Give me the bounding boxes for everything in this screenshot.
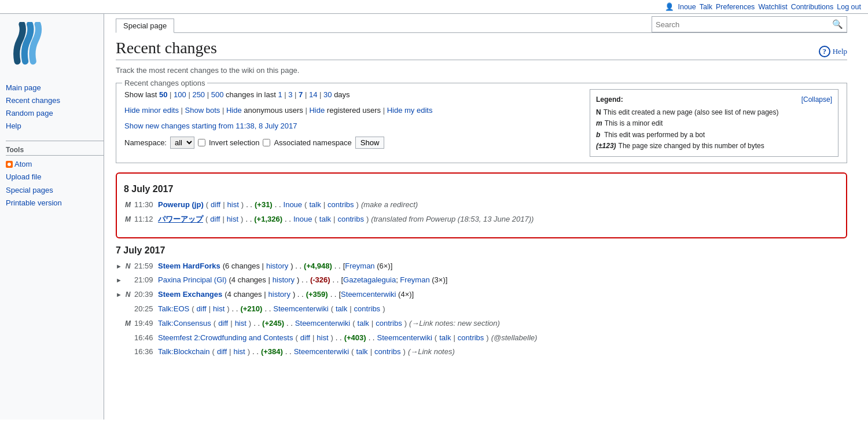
history-link[interactable]: history bbox=[273, 274, 295, 286]
logout-link[interactable]: Log out bbox=[837, 3, 861, 11]
sidebar-item-uploadfile[interactable]: Upload file bbox=[6, 171, 104, 183]
username-link[interactable]: Inoue bbox=[678, 3, 696, 11]
days-1[interactable]: 1 bbox=[278, 90, 282, 99]
history-link[interactable]: history bbox=[269, 289, 290, 301]
history-link[interactable]: history bbox=[266, 260, 288, 273]
diff-link[interactable]: diff bbox=[300, 332, 310, 344]
talk-link[interactable]: talk bbox=[319, 214, 331, 226]
user-link2[interactable]: Freyman bbox=[400, 275, 429, 284]
sidebar-item-mainpage[interactable]: Main page bbox=[6, 82, 104, 94]
count-500[interactable]: 500 bbox=[211, 90, 224, 99]
hist-link[interactable]: hist bbox=[235, 318, 247, 330]
search-input[interactable] bbox=[652, 19, 829, 30]
tabs-area: Special page bbox=[116, 14, 175, 32]
users: [Freyman (6×)] bbox=[343, 260, 393, 273]
show-button[interactable]: Show bbox=[355, 137, 385, 149]
sidebar-item-specialpages[interactable]: Special pages bbox=[6, 184, 104, 197]
collapse-link[interactable]: [Collapse] bbox=[801, 94, 832, 105]
days-3[interactable]: 3 bbox=[288, 90, 292, 99]
diff-link[interactable]: diff bbox=[197, 303, 207, 315]
watchlist-link[interactable]: Watchlist bbox=[758, 3, 787, 11]
count-50[interactable]: 50 bbox=[159, 90, 167, 99]
separator: | bbox=[222, 214, 224, 226]
sidebar-item-recentchanges[interactable]: Recent changes bbox=[6, 94, 104, 107]
count-100[interactable]: 100 bbox=[174, 90, 186, 99]
search-button[interactable]: 🔍 bbox=[829, 19, 847, 30]
user-link[interactable]: Gazetagaleguia bbox=[343, 275, 396, 284]
expand-arrow[interactable]: ► bbox=[116, 275, 122, 286]
diff-size: (+1,326) bbox=[254, 214, 282, 226]
assoc-ns-checkbox[interactable] bbox=[263, 139, 270, 146]
change-page-link[interactable]: パワーアップ bbox=[158, 214, 203, 226]
user-link[interactable]: Freyman bbox=[345, 262, 374, 270]
separator: ) bbox=[356, 199, 359, 211]
dots: . . bbox=[232, 303, 238, 315]
show-new-link[interactable]: Show new changes starting from 11:38, 8 … bbox=[124, 122, 297, 130]
separator: ) bbox=[227, 303, 229, 315]
diff-link[interactable]: diff bbox=[210, 214, 220, 226]
help-button[interactable]: ? Help bbox=[819, 46, 847, 57]
contribs-link[interactable]: contribs bbox=[337, 214, 364, 226]
user-link[interactable]: Steemcenterwiki bbox=[295, 318, 350, 330]
hist-link[interactable]: hist bbox=[317, 332, 328, 344]
change-page-link[interactable]: Steem HardForks bbox=[158, 260, 220, 273]
talk-link[interactable]: talk bbox=[439, 332, 451, 344]
hist-link[interactable]: hist bbox=[227, 214, 238, 226]
sidebar-item-help[interactable]: Help bbox=[6, 120, 104, 133]
change-page-link[interactable]: Talk:EOS bbox=[158, 303, 189, 315]
hide-minor-link[interactable]: Hide minor edits bbox=[124, 106, 179, 115]
days-7[interactable]: 7 bbox=[299, 90, 303, 99]
contribs-link[interactable]: contribs bbox=[354, 303, 381, 315]
change-page-link[interactable]: Paxina Principal (Gl) bbox=[158, 274, 227, 286]
sidebar-item-printable[interactable]: Printable version bbox=[6, 197, 104, 209]
user-link[interactable]: Steemcenterwiki bbox=[294, 346, 349, 358]
tab-specialpage[interactable]: Special page bbox=[116, 19, 174, 33]
legend-item-bytes: (±123) The page size changed by this num… bbox=[596, 141, 832, 152]
legend-key-m: m bbox=[596, 118, 602, 129]
separator: ( bbox=[331, 303, 333, 315]
namespace-select[interactable]: all bbox=[170, 137, 194, 149]
user-link[interactable]: Inoue bbox=[284, 199, 303, 211]
preferences-link[interactable]: Preferences bbox=[716, 3, 755, 11]
count-250[interactable]: 250 bbox=[192, 90, 205, 99]
talk-link[interactable]: Talk bbox=[700, 3, 712, 11]
hist-link[interactable]: hist bbox=[213, 303, 225, 315]
user-link[interactable]: Steemcenterwiki bbox=[273, 303, 328, 315]
hist-link[interactable]: hist bbox=[233, 346, 245, 358]
hist-link[interactable]: hist bbox=[227, 199, 239, 211]
sidebar-item-randompage[interactable]: Random page bbox=[6, 107, 104, 120]
contribs-link[interactable]: contribs bbox=[374, 346, 401, 358]
expand-arrow[interactable]: ► bbox=[116, 290, 122, 300]
diff-link[interactable]: diff bbox=[217, 346, 227, 358]
hide-anon-link[interactable]: Hide bbox=[226, 106, 242, 115]
user-link[interactable]: Steemcenterwiki bbox=[341, 290, 396, 299]
expand-arrow[interactable]: ► bbox=[116, 262, 122, 272]
change-page-link[interactable]: Talk:Consensus bbox=[158, 318, 211, 330]
change-page-link[interactable]: Powerup (jp) bbox=[158, 199, 204, 211]
talk-link[interactable]: talk bbox=[309, 199, 321, 211]
hide-reg-link[interactable]: Hide bbox=[309, 106, 325, 115]
change-page-link[interactable]: Talk:Blockchain bbox=[158, 346, 210, 358]
diff-link[interactable]: diff bbox=[218, 318, 228, 330]
days-14[interactable]: 14 bbox=[309, 90, 317, 99]
change-page-link[interactable]: Steemfest 2:Crowdfunding and Contests bbox=[158, 332, 293, 344]
user-link[interactable]: Steemcenterwiki bbox=[377, 332, 432, 344]
contribs-link[interactable]: contribs bbox=[458, 332, 484, 344]
hide-my-link[interactable]: Hide my edits bbox=[387, 106, 433, 115]
separator: ( bbox=[206, 199, 208, 211]
days-30[interactable]: 30 bbox=[323, 90, 332, 99]
contribs-link[interactable]: contribs bbox=[328, 199, 354, 211]
contributions-link[interactable]: Contributions bbox=[791, 3, 834, 11]
legend-item-N: N This edit created a new page (also see… bbox=[596, 107, 832, 118]
user-link[interactable]: Inoue bbox=[293, 214, 312, 226]
change-page-link[interactable]: Steem Exchanges bbox=[158, 289, 222, 301]
invert-checkbox[interactable] bbox=[198, 139, 205, 146]
change-item: ► N 21:59 Steem HardForks (6 changes | h… bbox=[116, 259, 847, 274]
show-bots-link[interactable]: Show bots bbox=[185, 106, 220, 115]
contribs-link[interactable]: contribs bbox=[376, 318, 402, 330]
talk-link[interactable]: talk bbox=[358, 318, 369, 330]
talk-link[interactable]: talk bbox=[336, 303, 347, 315]
talk-link[interactable]: talk bbox=[356, 346, 367, 358]
diff-link[interactable]: diff bbox=[211, 199, 220, 211]
sidebar-item-atom[interactable]: Atom bbox=[6, 158, 104, 171]
